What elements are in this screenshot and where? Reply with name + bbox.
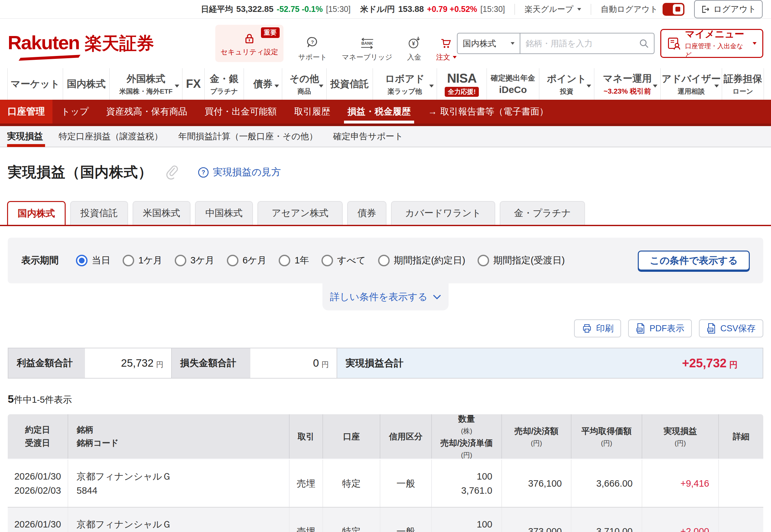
table-row: 2026/01/30 京都フィナンシャルＧ 売埋 特定 一般 100 373,0… [8,507,763,532]
symbol-search: 国内株式 [457,33,655,54]
cell-trade: 売埋 [289,460,323,507]
arrow-right-icon: → [428,106,437,117]
main-nav-money-management[interactable]: マネー運用 ~3.23% 税引前 [594,68,660,100]
rakuten-group-label: 楽天グループ [525,4,574,14]
realized-pl-total-label: 実現損益合計 [345,357,404,370]
col-margin-type: 信用区分 [380,414,432,459]
chevron-down-icon [429,85,434,87]
lock-icon [243,30,255,45]
main-nav-ideco[interactable]: 確定拠出年金 iDeCo [487,68,539,100]
print-button[interactable]: 印刷 [574,319,621,337]
search-category-select[interactable]: 国内株式 [458,33,520,53]
nikkei-time: [15:30] [326,5,350,14]
col-trade: 取引 [289,414,323,459]
cell-account: 特定 [323,460,380,507]
tab-china-stocks[interactable]: 中国株式 [195,201,253,225]
main-nav-mutual-funds[interactable]: 投資信託 [326,68,372,100]
period-option-range-settle-date[interactable]: 期間指定(受渡日) [478,254,565,267]
show-more-label: 詳しい条件を表示する [330,290,428,304]
radio-icon [378,255,390,266]
money-bridge-button[interactable]: BANK マネーブリッジ [342,34,392,62]
help-link[interactable]: ? 実現損益の見方 [197,166,281,179]
logout-button[interactable]: ログアウト [694,0,763,18]
tab-domestic-stocks[interactable]: 国内株式 [7,201,66,225]
svg-text:PDF: PDF [637,329,642,332]
col-dates: 約定日 受渡日 [8,414,68,459]
support-button[interactable]: ? サポート [298,34,327,62]
tab-bonds[interactable]: 債券 [347,201,387,225]
usdjpy-ticker: 米ドル/円 153.88 +0.79 +0.52% [15:30] [360,4,505,14]
security-settings-label: セキュリティ設定 [220,47,278,57]
search-input[interactable] [520,33,638,53]
cell-margin-type: 一般 [380,508,432,532]
period-option-6months[interactable]: 6ケ月 [227,254,267,267]
tab-asean-stocks[interactable]: アセアン株式 [257,201,343,225]
account-nav-trade-reports[interactable]: → 取引報告書等（電子書面） [419,100,557,124]
main-nav-fx[interactable]: FX [182,68,204,100]
main-nav-advisor[interactable]: アドバイザー 運用相談 [660,68,722,100]
main-nav-roboad[interactable]: ロボアド 楽ラップ他 [372,68,437,100]
sub-nav-realized-pl[interactable]: 実現損益 [7,126,43,147]
main-nav-bonds[interactable]: 債券 [243,68,282,100]
my-menu-button[interactable]: マイメニュー 口座管理・入出金など [660,29,763,58]
search-icon[interactable] [638,38,649,49]
account-nav-root[interactable]: 口座管理 [0,100,52,124]
table-row: 2026/01/30 2026/02/03 京都フィナンシャルＧ 5844 売埋… [8,459,763,507]
svg-text:?: ? [202,169,205,176]
cell-margin-type: 一般 [380,460,432,507]
period-option-all[interactable]: すべて [321,254,366,267]
table-header: 約定日 受渡日 銘柄 銘柄コード 取引 口座 信用区分 数量 (株) 売却/決済… [8,414,763,459]
main-nav-gold-platinum[interactable]: 金・銀 プラチナ [204,68,243,100]
main-nav-other-products[interactable]: その他 商品 [282,68,326,100]
top-status-bar: 日経平均 53,322.85 -52.75 -0.1% [15:30] 米ドル/… [0,0,771,19]
main-nav-market[interactable]: マーケット [7,68,63,100]
chevron-down-icon [714,85,719,87]
sub-nav-tax-return-support[interactable]: 確定申告サポート [333,126,403,147]
account-nav-trade-history[interactable]: 取引履歴 [285,100,339,124]
money-bridge-label: マネーブリッジ [342,52,392,62]
main-nav-point-investment[interactable]: ポイント 投資 [539,68,594,100]
account-nav-balance[interactable]: 資産残高・保有商品 [97,100,196,124]
main-nav-foreign-stocks[interactable]: 外国株式 米国株・海外ETF [109,68,182,100]
order-button[interactable]: 注文 [436,34,457,62]
period-option-1month[interactable]: 1ケ月 [123,254,162,267]
title-row: 実現損益（国内株式） ? 実現損益の見方 [8,163,763,182]
important-badge: 重要 [261,27,280,38]
tab-mutual-funds[interactable]: 投資信託 [70,201,128,225]
account-nav-pl-tax-history[interactable]: 損益・税金履歴 [339,100,419,124]
nikkei-change: -52.75 -0.1% [277,5,323,14]
chevron-down-icon [433,294,441,299]
auto-logout-toggle[interactable] [663,3,684,16]
nikkei-value: 53,322.85 [236,4,273,14]
radio-icon [175,255,186,266]
paperclip-icon[interactable] [165,165,179,180]
tab-us-stocks[interactable]: 米国株式 [133,201,190,225]
sub-nav-annual-pl[interactable]: 年間損益計算（一般口座・その他） [178,126,317,147]
sub-nav-specific-account-pl[interactable]: 特定口座損益（譲渡益税） [59,126,163,147]
apply-filter-button[interactable]: この条件で表示する [638,251,750,271]
deposit-button[interactable]: ¥ 入金 [407,34,421,62]
cell-amount: 376,100 [502,460,572,507]
main-nav-securities-loan[interactable]: 証券担保 ローン [722,68,764,100]
rakuten-securities-logo[interactable]: Rakuten 楽天証券 [8,32,154,55]
account-nav-top[interactable]: トップ [52,100,97,124]
period-option-3months[interactable]: 3ケ月 [175,254,215,267]
rakuten-group-menu[interactable]: 楽天グループ [525,4,581,14]
period-option-today[interactable]: 当日 [76,254,110,267]
period-option-range-trade-date[interactable]: 期間指定(約定日) [378,254,465,267]
period-filter-label: 表示期間 [21,254,59,267]
account-nav-buying-power[interactable]: 買付・出金可能額 [196,100,285,124]
main-nav-nisa[interactable]: NISA 全力応援! [437,68,487,100]
cell-dates: 2026/01/30 2026/02/03 [8,460,68,507]
tab-covered-warrants[interactable]: カバードワラント [391,201,496,225]
cell-realized-pl: +2,000 [642,508,719,532]
period-option-1year[interactable]: 1年 [279,254,309,267]
logo-text-jp: 楽天証券 [85,32,154,55]
csv-save-button[interactable]: CSV CSV保存 [699,319,763,337]
main-nav-domestic-stocks[interactable]: 国内株式 [63,68,109,100]
sub-nav: 実現損益 特定口座損益（譲渡益税） 年間損益計算（一般口座・その他） 確定申告サ… [0,126,771,147]
show-more-conditions[interactable]: 詳しい条件を表示する [322,283,449,310]
security-settings-button[interactable]: 重要 セキュリティ設定 [215,25,283,62]
tab-gold-platinum[interactable]: 金・プラチナ [500,201,585,225]
pdf-view-button[interactable]: PDF PDF表示 [628,319,692,337]
